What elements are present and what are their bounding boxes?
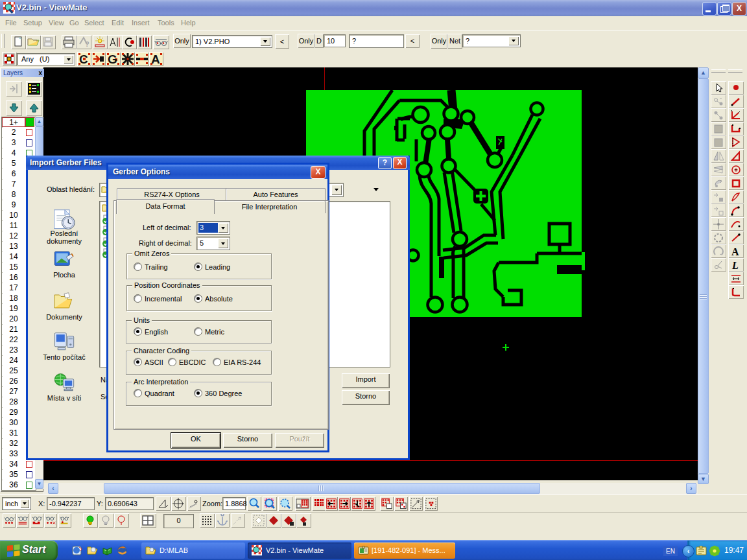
svg-text:A: A bbox=[151, 52, 160, 66]
svg-text:L: L bbox=[731, 260, 739, 271]
svg-text:?: ? bbox=[85, 40, 89, 48]
svg-text:A: A bbox=[731, 246, 739, 257]
svg-text:G: G bbox=[108, 52, 117, 66]
svg-text:C: C bbox=[79, 52, 88, 66]
